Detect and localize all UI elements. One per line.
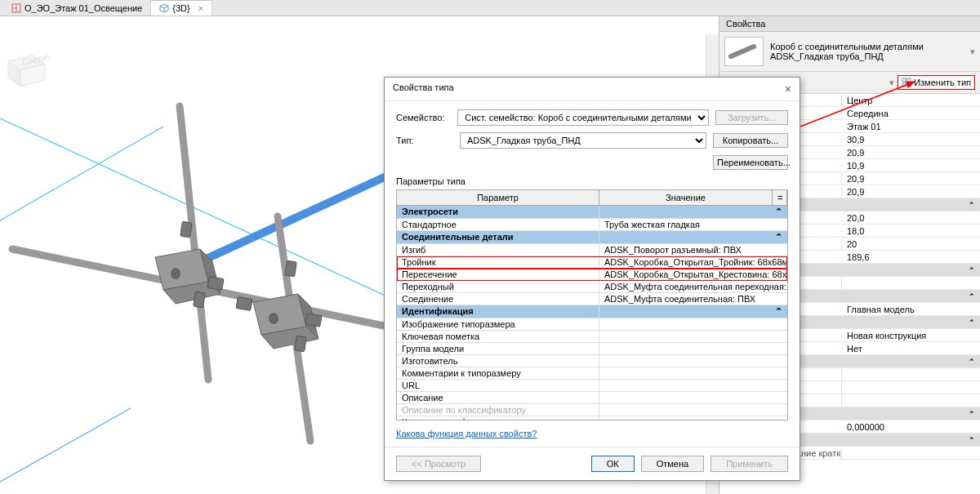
svg-rect-12 [180, 221, 192, 237]
param-group[interactable]: Электросети⌃ [397, 206, 787, 219]
panel-title: Свойства [719, 16, 980, 32]
family-select[interactable]: Сист. семейство: Короб с соединительными… [457, 109, 709, 126]
col-eq: = [773, 190, 787, 205]
close-icon[interactable]: × [198, 3, 203, 13]
help-link[interactable]: Какова функция данных свойств? [396, 429, 537, 438]
tab-3d[interactable]: {3D} × [151, 0, 212, 16]
svg-rect-14 [285, 260, 296, 276]
cube-icon [159, 3, 169, 13]
svg-rect-17 [902, 78, 906, 82]
param-row[interactable]: Код по классификатору [397, 416, 787, 420]
cancel-button[interactable]: Отмена [641, 456, 704, 472]
load-button[interactable]: Загрузить... [715, 110, 788, 125]
svg-line-5 [0, 408, 131, 482]
tab-label: {3D} [172, 3, 189, 13]
dropdown-icon[interactable]: ▾ [889, 78, 894, 88]
param-group[interactable]: Соединительные детали⌃ [397, 231, 787, 244]
svg-rect-11 [305, 314, 322, 327]
param-table: Параметр Значение = Электросети⌃Стандарт… [396, 189, 788, 421]
svg-rect-20 [907, 83, 911, 87]
param-row[interactable]: Группа модели [397, 343, 787, 355]
type-properties-dialog: Свойства типа × Семейство: Сист. семейст… [384, 77, 800, 481]
param-row[interactable]: Изображение типоразмера [397, 318, 787, 331]
param-row[interactable]: URL [397, 380, 787, 392]
param-row[interactable]: СоединениеADSK_Муфта соединительная: ПВХ [397, 293, 787, 305]
dropdown-icon[interactable]: ▾ [970, 47, 975, 57]
apply-button[interactable]: Применить [710, 456, 788, 472]
param-row[interactable]: ИзгибADSK_Поворот разъемный: ПВХ [397, 244, 787, 256]
copy-button[interactable]: Копировать... [713, 133, 788, 148]
param-row[interactable]: СтандартноеТруба жесткая гладкая [397, 219, 787, 231]
param-row[interactable]: ПересечениеADSK_Коробка_Открытая_Крестов… [397, 269, 787, 281]
view-tabs: О_ЭО_Этаж 01_Освещение {3D} × [0, 0, 980, 16]
floorplan-icon [11, 3, 21, 13]
close-icon[interactable]: × [785, 82, 791, 96]
pipe-selected [192, 171, 391, 265]
param-row[interactable]: Комментарии к типоразмеру [397, 367, 787, 380]
params-section-label: Параметры типа [396, 176, 788, 186]
col-param: Параметр [397, 190, 599, 205]
param-row[interactable]: Ключевая пометка [397, 331, 787, 343]
svg-rect-13 [194, 292, 205, 307]
svg-point-7 [171, 268, 180, 279]
param-row[interactable]: Описание по классификатору [397, 404, 787, 416]
svg-point-8 [269, 313, 278, 324]
col-value: Значение [599, 190, 773, 205]
param-group[interactable]: Идентификация⌃ [397, 305, 787, 318]
type-selector[interactable]: Короб с соединительными деталями ADSK_Гл… [719, 32, 980, 72]
svg-line-4 [0, 127, 163, 220]
edit-type-button[interactable]: Изменить тип [898, 75, 975, 90]
ok-button[interactable]: ОК [591, 456, 635, 472]
tab-floorplan[interactable]: О_ЭО_Этаж 01_Освещение [3, 0, 151, 16]
viewcube[interactable]: Сверху [0, 49, 49, 90]
param-row[interactable]: ТройникADSK_Коробка_Открытая_Тройник: 68… [397, 256, 787, 269]
preview-button[interactable]: << Просмотр [396, 456, 481, 472]
type-family: Короб с соединительными деталями [770, 42, 964, 51]
svg-rect-15 [295, 336, 306, 351]
svg-rect-9 [207, 277, 224, 291]
svg-rect-18 [907, 78, 911, 82]
type-select[interactable]: ADSK_Гладкая труба_ПНД [460, 132, 706, 149]
rename-button[interactable]: Переименовать... [713, 155, 788, 170]
svg-rect-19 [902, 83, 906, 87]
type-thumbnail [724, 37, 764, 66]
dialog-title: Свойства типа [393, 82, 454, 96]
type-name: ADSK_Гладкая труба_ПНД [770, 51, 964, 61]
tab-label: О_ЭО_Этаж 01_Освещение [24, 3, 142, 13]
param-row[interactable]: ПереходныйADSK_Муфта соединительная пере… [397, 281, 787, 293]
family-label: Семейство: [396, 113, 451, 122]
param-row[interactable]: Описание [397, 392, 787, 404]
svg-rect-10 [236, 297, 252, 311]
param-row[interactable]: Изготовитель [397, 355, 787, 367]
type-label: Тип: [396, 136, 453, 145]
edit-type-icon [902, 78, 911, 87]
